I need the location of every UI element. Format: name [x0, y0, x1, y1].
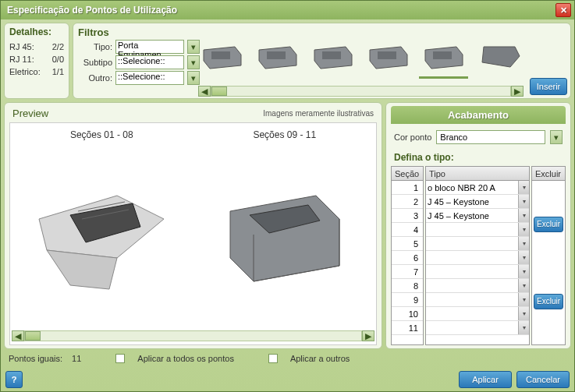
outro-label: Outro:: [78, 73, 112, 83]
tipo-label: Tipo:: [78, 42, 112, 51]
excluir-header: Excluir: [532, 167, 565, 181]
window-title: Especificação de Pontos de Utilização: [4, 5, 555, 16]
chevron-left-icon: ◀: [201, 87, 208, 97]
table-row: 7: [392, 265, 423, 279]
tipo-cell-dropdown[interactable]: ▾: [518, 251, 529, 264]
tipo-cell[interactable]: ▾: [426, 279, 529, 293]
tipo-cell[interactable]: o bloco NBR 20 A▾: [426, 181, 529, 195]
table-row: 9: [392, 293, 423, 307]
secao-header: Seção: [392, 167, 423, 181]
aplicar-todos-label: Aplicar a todos os pontos: [137, 354, 234, 363]
tipo-cell[interactable]: ▾: [426, 237, 529, 251]
section-1-image: [16, 147, 187, 323]
acabamento-panel: Acabamento Cor ponto Branco ▾ Defina o t…: [385, 102, 571, 349]
filtros-panel: Filtros Tipo: Porta Equipamen ▾ Subtipo …: [73, 23, 571, 99]
subtipo-label: Subtipo: [78, 58, 112, 67]
svg-rect-2: [322, 51, 341, 59]
section-1-label: Seções 01 - 08: [70, 129, 133, 140]
table-row: 10: [392, 307, 423, 321]
thumb-strip: [198, 28, 524, 84]
tipo-cell-dropdown[interactable]: ▾: [518, 293, 529, 306]
aplicar-todos-checkbox[interactable]: [115, 354, 125, 363]
tipo-header: Tipo: [426, 167, 529, 181]
thumb-3[interactable]: [309, 34, 358, 79]
tipo-cell[interactable]: ▾: [426, 223, 529, 237]
tipo-cell-dropdown[interactable]: ▾: [518, 307, 529, 320]
scroll-right-button[interactable]: ▶: [511, 86, 524, 97]
tipo-cell[interactable]: ▾: [426, 265, 529, 279]
excluir-button-1[interactable]: Excluir: [534, 217, 563, 232]
aplicar-outros-checkbox[interactable]: [268, 354, 278, 363]
cor-ponto-dropdown[interactable]: ▾: [550, 130, 563, 144]
table-row: 2: [392, 195, 423, 209]
detalhes-panel: Detalhes: RJ 45:2/2 RJ 11:0/0 Eletrico:1…: [4, 23, 69, 99]
tipo-cell[interactable]: ▾: [426, 293, 529, 307]
table-row: 6: [392, 251, 423, 265]
svg-rect-0: [211, 51, 230, 59]
preview-heading: Preview: [12, 108, 48, 119]
tipo-cell-dropdown[interactable]: ▾: [518, 321, 529, 334]
tipo-cell-dropdown[interactable]: ▾: [518, 237, 529, 250]
cancelar-button[interactable]: Cancelar: [516, 371, 570, 388]
preview-body: Seções 01 - 08: [9, 122, 377, 345]
thumb-5-selected[interactable]: [419, 34, 468, 79]
table-row: 8: [392, 279, 423, 293]
tipo-cell[interactable]: J 45 – Keystone▾: [426, 195, 529, 209]
tipo-cell-dropdown[interactable]: ▾: [518, 223, 529, 236]
chevron-down-icon: ▾: [191, 73, 196, 83]
svg-rect-3: [378, 51, 396, 59]
section-2-label: Seções 09 - 11: [253, 129, 316, 140]
excluir-button-2[interactable]: Excluir: [534, 294, 563, 309]
tipo-cell-dropdown[interactable]: ▾: [518, 265, 529, 278]
tipo-cell[interactable]: ▾: [426, 321, 529, 335]
preview-scroll-thumb[interactable]: [25, 331, 41, 341]
table-row: 11: [392, 321, 423, 335]
aplicar-button[interactable]: Aplicar: [459, 371, 512, 388]
tipo-cell-dropdown[interactable]: ▾: [518, 209, 529, 222]
thumb-2[interactable]: [254, 34, 303, 79]
inserir-button[interactable]: Inserir: [530, 78, 567, 95]
detalhes-row: Eletrico:1/1: [9, 65, 64, 78]
aplicar-outros-label: Aplicar a outros: [290, 354, 350, 363]
preview-note: Imagens meramente ilustrativas: [263, 109, 374, 118]
table-row: 4: [392, 223, 423, 237]
tipo-select[interactable]: Porta Equipamen: [115, 40, 184, 54]
close-button[interactable]: ✕: [555, 3, 571, 17]
preview-scroll-left[interactable]: ◀: [12, 330, 24, 341]
tipo-cell[interactable]: ▾: [426, 251, 529, 265]
table-row: 1: [392, 181, 423, 195]
thumb-scrollbar[interactable]: ◀ ▶: [198, 86, 524, 97]
tipo-cell-dropdown[interactable]: ▾: [518, 181, 529, 194]
thumb-6[interactable]: [474, 34, 524, 79]
scroll-left-button[interactable]: ◀: [198, 86, 211, 97]
chevron-down-icon: ▾: [554, 132, 559, 143]
preview-scroll-track[interactable]: [24, 330, 362, 341]
chevron-down-icon: ▾: [191, 58, 196, 68]
detalhes-row: RJ 11:0/0: [9, 53, 64, 65]
scroll-track[interactable]: [211, 86, 511, 97]
subtipo-select[interactable]: ::Selecione::: [115, 55, 184, 69]
preview-scroll-right[interactable]: ▶: [362, 330, 374, 341]
tipo-cell[interactable]: J 45 – Keystone▾: [426, 209, 529, 223]
cor-ponto-select[interactable]: Branco: [436, 130, 545, 144]
chevron-down-icon: ▾: [191, 42, 196, 52]
detalhes-row: RJ 45:2/2: [9, 41, 64, 53]
help-button[interactable]: ?: [5, 371, 23, 388]
svg-rect-1: [267, 51, 286, 59]
thumb-1[interactable]: [198, 34, 247, 79]
outro-select[interactable]: ::Selecione::: [115, 71, 184, 85]
preview-scrollbar[interactable]: ◀ ▶: [12, 330, 374, 343]
svg-rect-4: [433, 51, 452, 59]
tipo-cell-dropdown[interactable]: ▾: [518, 279, 529, 292]
close-icon: ✕: [560, 5, 567, 16]
defina-tipo-label: Defina o tipo:: [391, 150, 566, 164]
tipo-column: Tipo o bloco NBR 20 A▾J 45 – Keystone▾J …: [425, 166, 530, 345]
scroll-thumb[interactable]: [211, 87, 227, 96]
chevron-right-icon: ▶: [365, 331, 371, 341]
table-row: 5: [392, 237, 423, 251]
preview-panel: Preview Imagens meramente ilustrativas S…: [4, 102, 382, 349]
table-row: 3: [392, 209, 423, 223]
thumb-4[interactable]: [364, 34, 413, 79]
tipo-cell-dropdown[interactable]: ▾: [518, 195, 529, 208]
tipo-cell[interactable]: ▾: [426, 307, 529, 321]
